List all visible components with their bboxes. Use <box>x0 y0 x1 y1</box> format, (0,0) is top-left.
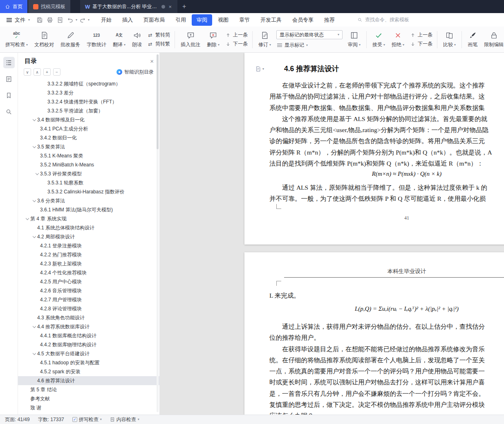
smart-recognize-button[interactable]: 智能识别目录 <box>116 69 154 76</box>
toc-item[interactable]: 4.5.1 hadoop 的安装与配置 <box>18 358 159 367</box>
toc-item[interactable]: 4.2.4 个性化推荐模块 <box>18 268 159 277</box>
toc-item[interactable]: 3.5.3.2 Calinski-Harabasz 指数评价 <box>18 187 159 196</box>
document-text-line[interactable]: 评分矩阵 R（m*n），分解的两个矩阵分别为 P(m*k)和 Q（n*k）。也就… <box>269 147 504 158</box>
ink-button[interactable]: 画笔 <box>465 29 480 50</box>
content-check-status[interactable]: 内容检查 <box>110 416 139 423</box>
page2-first-line[interactable]: L 来完成。 <box>269 290 504 301</box>
section-heading[interactable]: 4.6 推荐算法设计 <box>284 64 339 74</box>
reject-button[interactable]: 拒绝 <box>389 29 407 50</box>
print-button[interactable] <box>45 15 55 25</box>
toc-item[interactable]: 致 谢 <box>18 403 159 412</box>
toc-item[interactable]: 第 5 章 结论 <box>18 385 159 394</box>
menu-tab-视图[interactable]: 视图 <box>213 14 233 26</box>
collapse-arrow-icon[interactable] <box>31 236 37 238</box>
translate-button[interactable]: A文 翻译 <box>110 29 128 50</box>
toc-item[interactable]: 4.2 局部模块设计 <box>18 232 159 241</box>
toc-item[interactable]: 3.5.3 评价聚类模型 <box>18 169 159 178</box>
toc-item[interactable]: 3.3.2.4 快速傅里叶变换（FFT） <box>18 97 159 106</box>
toc-item[interactable]: 4.4.2 数据库物理结构设计 <box>18 340 159 349</box>
toc-item[interactable]: 4.2.7 用户管理模块 <box>18 295 159 304</box>
toc-item[interactable]: 3.5.1 K-Means 聚类 <box>18 151 159 160</box>
menu-tab-推荐[interactable]: 推荐 <box>319 14 340 26</box>
document-text-line[interactable]: 用基于物品的协同过滤算法，让用户对十部物品进行评分，之后收集结果。这 <box>269 91 504 102</box>
menu-tab-开发工具[interactable]: 开发工具 <box>255 14 287 26</box>
document-text-line[interactable]: 诊的偏好矩阵，另一个是物品所包含的隐含特诊的矩阵。将用户物品关系三元 <box>269 135 504 146</box>
collapse-arrow-icon[interactable] <box>31 353 37 354</box>
document-text-line[interactable]: 在获得毕设题目之后，在想能不能将已经做过的物品推荐系统修改为音乐 <box>269 343 504 354</box>
document-text-line[interactable]: 是，一首音乐只有几分钟，用户会不嫌麻烦的去一个一个打分吗？肯定不会。 <box>269 388 504 399</box>
document-text-line[interactable]: 通过上诉算法，获得用户对未评分物品的估分。在以上估分中，查找估分 <box>269 321 504 332</box>
prev-change-button[interactable]: 上一条 <box>410 31 432 38</box>
document-page-42[interactable]: 本科生毕业设计 L 来完成。 L(p,Q) = Σu,i(ruᵢ − Iᵤqᵢᵀ… <box>244 252 504 415</box>
toc-item[interactable]: 4.2.2 热门推荐模块 <box>18 250 159 259</box>
collapse-arrow-icon[interactable] <box>25 218 30 220</box>
toc-item[interactable]: 4.5.2 spark 的安装 <box>18 367 159 376</box>
word-count-indicator[interactable]: 字数: 17337 <box>38 416 64 423</box>
toc-item[interactable]: 3.4 数据降维及归一化 <box>18 115 159 124</box>
toc-item[interactable]: 3.4.2 数据归一化 <box>18 133 159 142</box>
print-preview-button[interactable] <box>55 15 65 25</box>
document-text-line[interactable]: 应该怎么办呢？ <box>269 410 504 415</box>
find-panel-button[interactable] <box>3 106 15 117</box>
document-text-line[interactable]: 位的推荐给用户。 <box>269 332 504 343</box>
document-text-line[interactable]: 并不可靠。一般，为了使这两个低秩矩阵 P 和 Q 尽可能逼近 R，使用最小化损 <box>269 193 504 204</box>
menu-tab-插入[interactable]: 插入 <box>117 14 138 26</box>
redo-button[interactable] <box>78 15 87 25</box>
page-indicator[interactable]: 页面: 41/49 <box>5 416 30 423</box>
formula-als[interactable]: R(m×n) ≈ P(mxk) · Q(n × k) <box>244 170 504 177</box>
correction-service-button[interactable]: 批改服务 <box>58 29 83 50</box>
file-menu-button[interactable]: 文件 <box>0 16 33 24</box>
toc-item[interactable]: 4.4.1 数据库概念结构设计 <box>18 331 159 340</box>
document-text-line[interactable]: 复慎重的思考过后，做下决定。决定不模仿物品推荐系统中用户主动评分模块 <box>269 399 504 410</box>
toc-item[interactable]: 4.2.5 用户中心模块 <box>18 277 159 286</box>
toc-item[interactable]: 4.3 系统角色功能设计 <box>18 313 159 322</box>
expand-all-button[interactable]: ∧ <box>34 68 41 76</box>
toc-item[interactable]: 4.2.3 新歌上架模块 <box>18 259 159 268</box>
collapse-arrow-icon[interactable] <box>31 326 37 328</box>
toc-item[interactable]: 4.2.8 评论管理模块 <box>18 304 159 313</box>
insert-comment-button[interactable]: 插入批注 <box>178 29 203 50</box>
document-text-line[interactable]: 一点，系统真的需要用户对音乐一个一个的评分吗？用户使用物品可能需要一 <box>269 366 504 377</box>
menu-tab-引用[interactable]: 引用 <box>170 14 191 26</box>
close-toc-icon[interactable] <box>150 58 154 64</box>
doc-proofing-button[interactable]: 文档校对 <box>31 29 57 50</box>
track-changes-button[interactable]: 修订 <box>255 29 274 50</box>
collapse-all-button[interactable]: ∨ <box>24 68 31 76</box>
spell-check-status[interactable]: 拼写检查 <box>72 416 102 423</box>
tab-template-store[interactable]: 找稿完模板 <box>28 0 70 13</box>
document-text-line[interactable]: 时或更长时间，系统可以强制让用户对物品去打分，这样可以用来计算用户喜 <box>269 377 504 388</box>
undo-button[interactable] <box>65 15 75 25</box>
toc-scrollbar[interactable] <box>157 54 159 412</box>
document-text-line[interactable]: 系统中需要用户数据集、物品数据集、用户物品评分数据集和用户关系数据集 <box>269 102 504 113</box>
toc-item[interactable]: 参考文献 <box>18 394 159 403</box>
comment-indicator[interactable] <box>255 66 264 72</box>
toc-item[interactable]: 3.6 分类算法 <box>18 196 159 205</box>
save-button[interactable] <box>35 15 45 25</box>
compare-button[interactable]: 比较 <box>440 29 459 50</box>
toc-item[interactable]: 3.5.2 MiniBatch k-Means <box>18 160 159 169</box>
toc-item[interactable]: 4.5 大数据平台搭建设计 <box>18 349 159 358</box>
menu-tab-会员专享[interactable]: 会员专享 <box>287 14 318 26</box>
simp-to-trad-button[interactable]: ⇄简转繁 <box>147 40 170 47</box>
collapse-arrow-icon[interactable] <box>31 200 37 202</box>
word-count-button[interactable]: 123 字数统计 <box>84 29 109 50</box>
accept-button[interactable]: 接受 <box>370 29 388 50</box>
trad-to-simp-button[interactable]: ⇄繁转简 <box>147 31 170 38</box>
document-text-line[interactable]: 统。在仔细的将物品推荐系统阅读部署在个人电脑上后，发现忽略了一个至关 <box>269 354 504 366</box>
delete-comment-button[interactable]: 删除 <box>204 29 222 50</box>
review-pane-button[interactable]: 审阅 <box>345 29 363 50</box>
toc-item[interactable]: 4.2.6 音乐管理模块 <box>18 286 159 295</box>
close-document-tab-icon[interactable] <box>168 4 172 10</box>
show-markup-button[interactable]: 显示标记 <box>276 42 343 49</box>
toc-item[interactable]: 3.6.1 HMM 算法(隐马尔可夫模型) <box>18 205 159 214</box>
toc-item[interactable]: 4.6 推荐算法设计 <box>18 376 159 385</box>
menu-tab-开始[interactable]: 开始 <box>96 14 116 26</box>
toc-item[interactable]: 4.1 系统总体模块结构设计 <box>18 223 159 232</box>
menu-tab-审阅[interactable]: 审阅 <box>192 14 212 26</box>
document-text-line[interactable]: 通过 ALS 算法，原矩阵就相当于降维了。但是，这种算法过度依赖于 k 的 <box>269 182 504 193</box>
new-tab-button[interactable] <box>177 0 191 13</box>
command-search[interactable]: 查找命令、搜索模板 <box>357 16 409 23</box>
toc-scrollbar-thumb[interactable] <box>157 54 159 149</box>
menu-tab-章节[interactable]: 章节 <box>234 14 255 26</box>
toc-item[interactable]: 3.5.3.1 轮廓系数 <box>18 178 159 187</box>
